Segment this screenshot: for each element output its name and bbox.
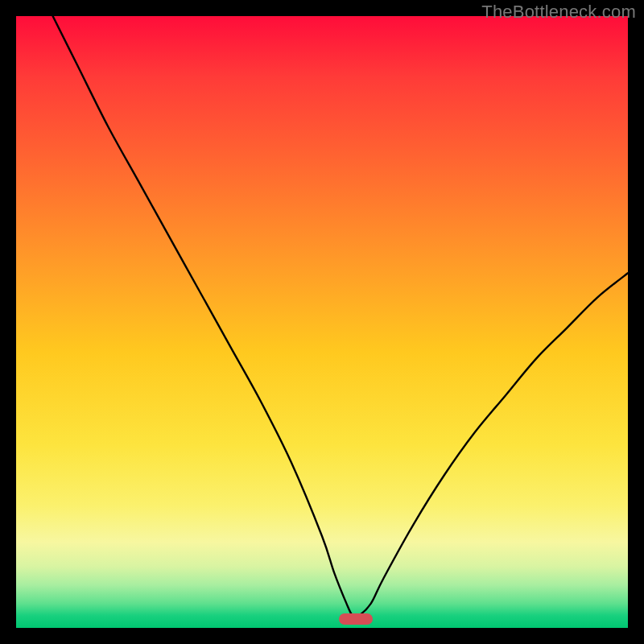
optimum-marker — [339, 613, 373, 625]
plot-area — [16, 16, 628, 628]
watermark-text: TheBottleneck.com — [481, 2, 636, 23]
chart-frame: TheBottleneck.com — [0, 0, 644, 644]
bottleneck-curve — [16, 16, 628, 628]
